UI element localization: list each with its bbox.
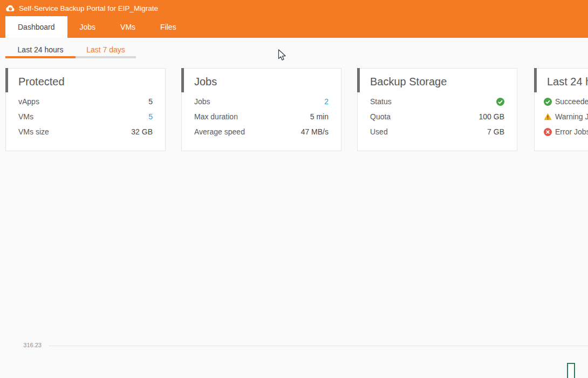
success-icon bbox=[544, 98, 552, 106]
jobs-count-link[interactable]: 2 bbox=[324, 97, 329, 106]
y-tick: 316.23 bbox=[17, 342, 42, 348]
tab-vms[interactable]: VMs bbox=[108, 16, 148, 38]
tab-dashboard[interactable]: Dashboard bbox=[5, 16, 67, 38]
stat-row-vapps: vApps 5 bbox=[6, 94, 165, 109]
vms-count-link[interactable]: 5 bbox=[148, 112, 153, 121]
subtab-last-7-days[interactable]: Last 7 days bbox=[76, 43, 136, 58]
titlebar: Self-Service Backup Portal for EIP_Migra… bbox=[0, 0, 588, 16]
stat-row-jobs: Jobs 2 bbox=[182, 94, 341, 109]
card-title: Last 24 hours bbox=[535, 75, 588, 88]
card-title: Jobs bbox=[182, 75, 341, 88]
tab-jobs[interactable]: Jobs bbox=[67, 16, 108, 38]
main-nav: Dashboard Jobs VMs Files bbox=[0, 16, 588, 38]
subtab-last-24-hours[interactable]: Last 24 hours bbox=[5, 43, 76, 58]
card-protected: Protected vApps 5 VMs 5 VMs size 32 GB bbox=[5, 68, 166, 151]
page-title: Self-Service Backup Portal for EIP_Migra… bbox=[19, 4, 158, 12]
card-accent-bar bbox=[357, 68, 360, 92]
warning-icon bbox=[544, 113, 552, 120]
stat-row-average-speed: Average speed 47 MB/s bbox=[182, 124, 341, 139]
gridline bbox=[49, 346, 588, 346]
cloud-gauge-icon bbox=[5, 5, 15, 12]
card-accent-bar bbox=[534, 68, 537, 92]
stat-row-succeeded-jobs: Succeeded Jobs bbox=[535, 94, 588, 109]
stat-row-vms-size: VMs size 32 GB bbox=[6, 124, 165, 139]
stat-row-quota: Quota 100 GB bbox=[358, 109, 517, 124]
card-last-24-hours: Last 24 hours Succeeded Jobs Warning Job… bbox=[534, 68, 588, 151]
card-accent-bar bbox=[181, 68, 184, 92]
stat-row-warning-jobs: Warning Jobs bbox=[535, 109, 588, 124]
card-title: Backup Storage bbox=[358, 75, 517, 88]
card-title: Protected bbox=[6, 75, 165, 88]
error-icon bbox=[544, 128, 552, 136]
stat-row-max-duration: Max duration 5 min bbox=[182, 109, 341, 124]
card-accent-bar bbox=[5, 68, 8, 92]
mouse-cursor bbox=[278, 49, 287, 64]
stat-row-used: Used 7 GB bbox=[358, 124, 517, 139]
tab-files[interactable]: Files bbox=[148, 16, 189, 38]
throughput-bar[interactable] bbox=[567, 363, 575, 378]
stat-row-error-jobs: Error Jobs bbox=[535, 124, 588, 139]
stat-row-vms: VMs 5 bbox=[6, 109, 165, 124]
card-jobs: Jobs Jobs 2 Max duration 5 min Average s… bbox=[181, 68, 341, 151]
throughput-chart: Throughput (MB/s) 316.23 100.00 31.62 10… bbox=[0, 162, 588, 378]
time-filter-tabs: Last 24 hours Last 7 days bbox=[5, 43, 136, 58]
card-backup-storage: Backup Storage Status Quota 100 GB Used … bbox=[357, 68, 517, 151]
stat-row-status: Status bbox=[358, 94, 517, 109]
success-icon bbox=[496, 98, 504, 106]
backup-portal-dashboard: { "window": { "title": "Self-Service Bac… bbox=[0, 0, 588, 378]
